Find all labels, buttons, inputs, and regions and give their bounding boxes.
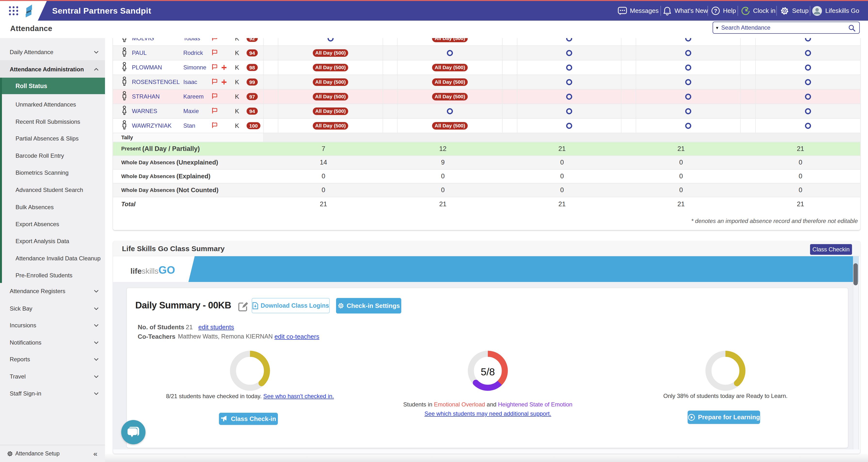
svg-text:?: ? (714, 8, 717, 14)
